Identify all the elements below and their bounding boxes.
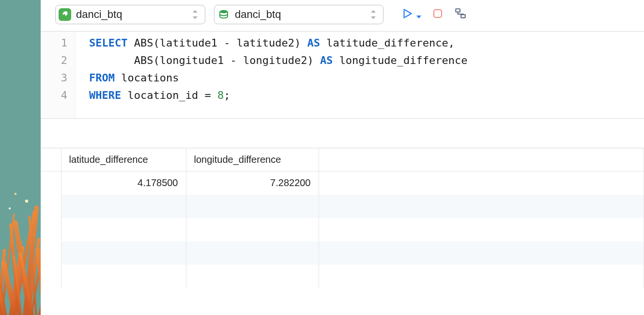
table-row-empty xyxy=(41,241,644,265)
stop-query-button[interactable] xyxy=(432,8,444,21)
table-row[interactable]: 4.1785007.282200 xyxy=(41,172,644,195)
schema-selector[interactable]: danci_btq xyxy=(214,5,383,24)
cell-empty xyxy=(319,172,644,195)
toolbar: danci_btq danci_btq xyxy=(41,0,644,32)
table-row-empty xyxy=(41,265,644,288)
column-header[interactable]: latitude_difference xyxy=(61,148,186,172)
code-line[interactable]: WHERE location_id = 8; xyxy=(89,87,644,104)
table-row-empty xyxy=(41,195,644,218)
svg-point-0 xyxy=(220,10,228,13)
caret-down-icon xyxy=(416,16,421,18)
table-row-empty xyxy=(41,218,644,241)
code-line[interactable]: FROM locations xyxy=(89,69,644,87)
code-line[interactable]: SELECT ABS(latitude1 - latitude2) AS lat… xyxy=(89,34,644,52)
line-number: 3 xyxy=(41,69,67,87)
code-line[interactable]: ABS(longitude1 - longitude2) AS longitud… xyxy=(89,52,644,69)
editor-results-gap xyxy=(41,119,644,148)
cell[interactable]: 7.282200 xyxy=(186,172,319,195)
cell[interactable]: 4.178500 xyxy=(61,172,186,195)
chevron-updown-icon xyxy=(191,9,200,20)
run-query-button[interactable] xyxy=(401,7,421,22)
structure-button[interactable] xyxy=(454,7,467,22)
row-number-cell[interactable] xyxy=(41,172,61,195)
schema-selector-label: danci_btq xyxy=(235,8,281,21)
mysql-leaf-icon xyxy=(59,8,71,21)
results-panel: latitude_difference longitude_difference… xyxy=(41,148,644,315)
svg-rect-1 xyxy=(434,10,442,17)
structure-icon xyxy=(454,7,467,22)
results-header-row: latitude_difference longitude_difference xyxy=(41,148,644,172)
line-number: 1 xyxy=(41,34,67,52)
line-number-gutter: 1234 xyxy=(41,32,76,118)
svg-rect-2 xyxy=(456,9,460,12)
column-header[interactable]: longitude_difference xyxy=(186,148,319,172)
play-icon xyxy=(401,7,414,22)
connection-selector-label: danci_btq xyxy=(76,8,122,21)
code-area[interactable]: SELECT ABS(latitude1 - latitude2) AS lat… xyxy=(76,32,644,118)
sql-editor[interactable]: 1234 SELECT ABS(latitude1 - latitude2) A… xyxy=(41,32,644,119)
chevron-updown-icon xyxy=(369,9,378,20)
results-table[interactable]: latitude_difference longitude_difference… xyxy=(41,148,644,288)
column-header-empty xyxy=(319,148,644,172)
database-icon xyxy=(217,8,230,21)
line-number: 4 xyxy=(41,87,67,104)
desktop-wallpaper-sliver xyxy=(0,0,41,315)
stop-icon xyxy=(432,8,444,21)
connection-selector[interactable]: danci_btq xyxy=(55,5,205,24)
sql-editor-app: danci_btq danci_btq xyxy=(41,0,644,315)
svg-rect-3 xyxy=(461,15,465,17)
line-number: 2 xyxy=(41,52,67,69)
row-number-header[interactable] xyxy=(41,148,61,172)
